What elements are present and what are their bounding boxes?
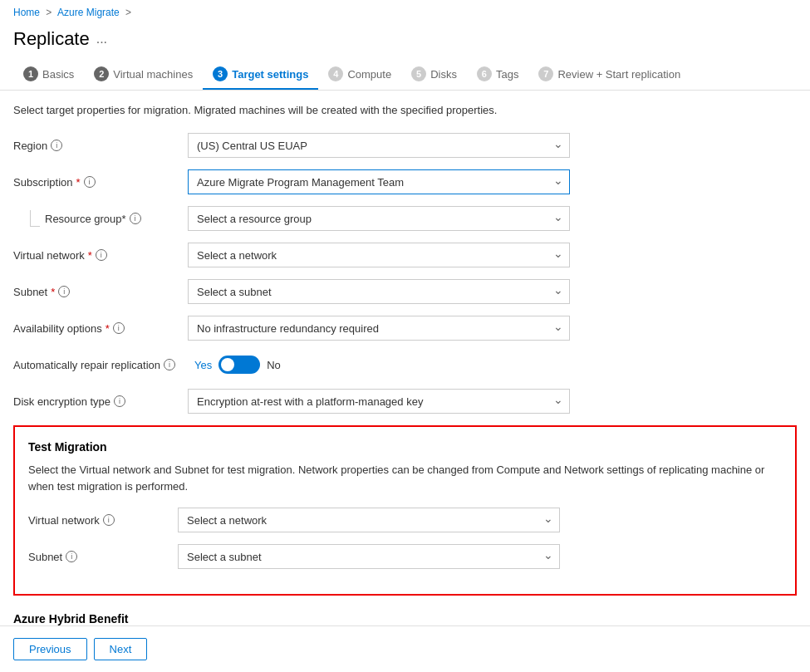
breadcrumb-azure-migrate[interactable]: Azure Migrate <box>57 7 120 18</box>
test-virtual-network-label: Virtual network i <box>28 514 178 527</box>
auto-repair-label-text: Automatically repair replication <box>13 359 160 371</box>
test-subnet-select-wrapper: Select a subnet <box>178 544 560 569</box>
virtual-network-label: Virtual network * i <box>13 249 188 262</box>
availability-options-label: Availability options * i <box>13 322 188 335</box>
auto-repair-label: Automatically repair replication i <box>13 359 188 371</box>
auto-repair-toggle-group: Yes No <box>188 356 287 374</box>
resource-group-label-text: Resource group <box>45 213 122 225</box>
auto-repair-track[interactable] <box>218 356 260 374</box>
tab-disks[interactable]: 5 Disks <box>401 60 467 90</box>
region-info-icon[interactable]: i <box>51 140 62 151</box>
availability-options-select[interactable]: No infrastructure redundancy required <box>188 316 570 341</box>
subnet-info-icon[interactable]: i <box>58 286 70 297</box>
auto-repair-no-label[interactable]: No <box>260 359 287 371</box>
auto-repair-info-icon[interactable]: i <box>164 359 175 370</box>
test-migration-box: Test Migration Select the Virtual networ… <box>13 425 797 596</box>
disk-encryption-info-icon[interactable]: i <box>114 395 125 407</box>
auto-repair-toggle[interactable] <box>218 356 260 374</box>
more-options-icon[interactable]: ... <box>96 32 107 47</box>
subnet-select-wrapper: Select a subnet <box>188 279 570 304</box>
subscription-row: Subscription * i Azure Migrate Program M… <box>13 169 797 194</box>
test-subnet-label: Subnet i <box>28 551 178 563</box>
subscription-info-icon[interactable]: i <box>84 176 96 188</box>
tab-review-start[interactable]: 7 Review + Start replication <box>528 60 690 90</box>
resource-group-select[interactable]: Select a resource group <box>188 206 570 231</box>
tab-basics-label: Basics <box>42 68 74 81</box>
tab-compute-step: 4 <box>328 66 343 81</box>
tab-basics[interactable]: 1 Basics <box>13 60 84 90</box>
indent-line <box>30 210 40 227</box>
breadcrumb: Home > Azure Migrate > <box>0 0 810 25</box>
test-subnet-select[interactable]: Select a subnet <box>178 544 560 569</box>
region-select[interactable]: (US) Central US EUAP <box>188 133 570 158</box>
virtual-network-info-icon[interactable]: i <box>96 249 107 261</box>
tab-compute[interactable]: 4 Compute <box>318 60 401 90</box>
test-subnet-label-text: Subnet <box>28 551 62 563</box>
resource-group-select-wrapper: Select a resource group <box>188 206 570 231</box>
page-header: Replicate ... <box>0 25 810 60</box>
tab-target-step: 3 <box>213 66 228 81</box>
region-label-text: Region <box>13 140 47 152</box>
subscription-select-wrapper: Azure Migrate Program Management Team <box>188 169 570 194</box>
virtual-network-label-text: Virtual network <box>13 249 85 262</box>
auto-repair-row: Automatically repair replication i Yes N… <box>13 352 797 377</box>
availability-options-required: * <box>106 322 110 335</box>
subscription-select[interactable]: Azure Migrate Program Management Team <box>188 169 570 194</box>
test-virtual-network-info-icon[interactable]: i <box>103 514 115 526</box>
resource-group-row: Resource group * i Select a resource gro… <box>13 206 797 231</box>
test-virtual-network-select-wrapper: Select a network <box>178 508 560 532</box>
region-label: Region i <box>13 140 188 152</box>
tab-disks-step: 5 <box>411 66 426 81</box>
main-content: Select target properties for migration. … <box>0 104 810 672</box>
tab-vm-step: 2 <box>94 66 109 81</box>
tab-target-label: Target settings <box>232 68 308 81</box>
availability-options-row: Availability options * i No infrastructu… <box>13 316 797 341</box>
test-virtual-network-label-text: Virtual network <box>28 514 100 527</box>
subnet-select[interactable]: Select a subnet <box>188 279 570 304</box>
page-title: Replicate <box>13 28 90 50</box>
availability-options-label-text: Availability options <box>13 322 102 335</box>
tab-virtual-machines[interactable]: 2 Virtual machines <box>84 60 203 90</box>
virtual-network-select[interactable]: Select a network <box>188 243 570 267</box>
tab-review-step: 7 <box>538 66 553 81</box>
breadcrumb-separator-1: > <box>46 7 52 18</box>
tab-review-label: Review + Start replication <box>557 68 680 81</box>
form-description: Select target properties for migration. … <box>13 104 797 116</box>
disk-encryption-label: Disk encryption type i <box>13 395 188 408</box>
tab-compute-label: Compute <box>347 68 391 81</box>
tab-basics-step: 1 <box>23 66 38 81</box>
test-subnet-info-icon[interactable]: i <box>66 551 77 562</box>
subnet-required: * <box>51 286 55 298</box>
region-row: Region i (US) Central US EUAP <box>13 133 797 158</box>
test-subnet-row: Subnet i Select a subnet <box>28 544 782 569</box>
virtual-network-required: * <box>88 249 92 262</box>
breadcrumb-home[interactable]: Home <box>13 7 40 18</box>
auto-repair-yes-label[interactable]: Yes <box>188 359 218 371</box>
disk-encryption-select[interactable]: Encryption at-rest with a platform-manag… <box>188 389 570 414</box>
tab-tags-step: 6 <box>477 66 492 81</box>
tab-target-settings[interactable]: 3 Target settings <box>203 60 318 90</box>
virtual-network-row: Virtual network * i Select a network <box>13 243 797 267</box>
bottom-navigation: Previous Next <box>0 625 810 672</box>
next-button[interactable]: Next <box>94 638 148 660</box>
auto-repair-thumb <box>221 358 234 371</box>
subscription-label: Subscription * i <box>13 176 188 189</box>
availability-options-select-wrapper: No infrastructure redundancy required <box>188 316 570 341</box>
subnet-label-text: Subnet <box>13 286 47 298</box>
tab-tags[interactable]: 6 Tags <box>467 60 528 90</box>
subnet-label: Subnet * i <box>13 286 188 298</box>
breadcrumb-separator-2: > <box>125 7 131 18</box>
tab-tags-label: Tags <box>496 68 518 81</box>
tab-disks-label: Disks <box>430 68 457 81</box>
disk-encryption-select-wrapper: Encryption at-rest with a platform-manag… <box>188 389 570 414</box>
resource-group-info-icon[interactable]: i <box>130 213 141 224</box>
disk-encryption-row: Disk encryption type i Encryption at-res… <box>13 389 797 414</box>
wizard-tabs: 1 Basics 2 Virtual machines 3 Target set… <box>0 60 810 91</box>
previous-button[interactable]: Previous <box>13 638 87 660</box>
test-migration-description: Select the Virtual network and Subnet fo… <box>28 462 782 494</box>
resource-group-required: * <box>122 213 126 225</box>
availability-options-info-icon[interactable]: i <box>113 322 125 334</box>
virtual-network-select-wrapper: Select a network <box>188 243 570 267</box>
test-virtual-network-select[interactable]: Select a network <box>178 508 560 532</box>
resource-group-label-wrapper: Resource group * i <box>13 210 188 227</box>
